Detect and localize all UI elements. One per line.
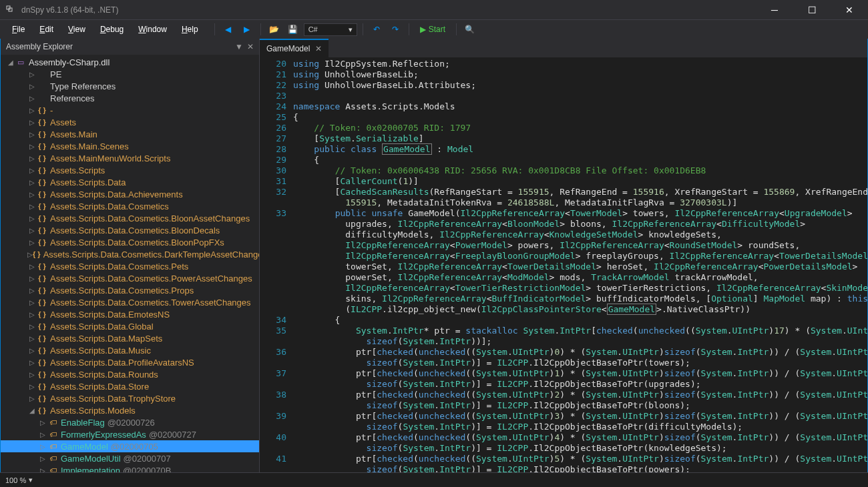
tree-item[interactable]: ▷{ }Assets.Scripts.Data.Cosmetics.TowerA… (1, 296, 259, 308)
tree-item[interactable]: ◢{ }Assets.Scripts.Models (1, 404, 259, 416)
redo-icon[interactable]: ↷ (387, 21, 403, 37)
tree-item[interactable]: ▷🏷GameModel@02000705 (1, 440, 259, 452)
line-gutter: 2021222324252627282930313233343536373839… (260, 57, 293, 486)
tab-label: GameModel (266, 44, 310, 53)
maximize-button[interactable]: ☐ (799, 1, 825, 19)
close-button[interactable]: ✕ (836, 1, 863, 19)
tree-item[interactable]: ▷{ }Assets.Main (1, 128, 259, 140)
save-icon[interactable]: 💾 (285, 21, 301, 37)
tree-item[interactable]: ▷{ }- (1, 104, 259, 116)
titlebar: dnSpy v6.1.8 (64-bit, .NET) ─ ☐ ✕ (0, 0, 868, 20)
tree-item[interactable]: ▷{ }Assets.Scripts.Data.EmotesNS (1, 308, 259, 320)
tab-gamemodel[interactable]: GameModel ✕ (260, 39, 329, 57)
panel-close-icon[interactable]: ✕ (247, 42, 254, 51)
panel-dropdown-icon[interactable]: ▼ (235, 42, 243, 51)
tree-item[interactable]: ▷{ }Assets.Scripts.Data.Cosmetics.BloonA… (1, 212, 259, 224)
tree-item[interactable]: ▷{ }Assets.Scripts.Data.Store (1, 380, 259, 392)
tree-item[interactable]: ▷{ }Assets.Scripts.Data (1, 176, 259, 188)
editor-tabs: GameModel ✕ (260, 39, 867, 57)
tree-item[interactable]: ▷{ }Assets.Main.Scenes (1, 140, 259, 152)
minimize-button[interactable]: ─ (761, 1, 788, 19)
menu-edit[interactable]: Edit (33, 22, 60, 37)
code-content[interactable]: using Il2CppSystem.Reflection;using Unho… (293, 57, 867, 486)
tree-item[interactable]: ▷{ }Assets.Scripts.Data.Cosmetics.DarkTe… (1, 248, 259, 260)
tree-item[interactable]: ▷{ }Assets.Scripts.Data.Cosmetics (1, 200, 259, 212)
nav-back-icon[interactable]: ◀ (220, 21, 236, 37)
tree-item[interactable]: ▷{ }Assets.MainMenuWorld.Scripts (1, 152, 259, 164)
tree-item[interactable]: ▷{ }Assets.Scripts.Data.MapSets (1, 332, 259, 344)
tree-root[interactable]: ◢▭Assembly-CSharp.dll (1, 56, 259, 68)
tree-item[interactable]: ▷{ }Assets.Scripts.Data.Cosmetics.BloonD… (1, 224, 259, 236)
app-icon (5, 5, 16, 15)
editor-panel: GameModel ✕ 2021222324252627282930313233… (260, 39, 867, 486)
code-editor[interactable]: 2021222324252627282930313233343536373839… (260, 57, 867, 486)
tree-item[interactable]: ▷{ }Assets.Scripts.Data.Cosmetics.Props (1, 284, 259, 296)
tree-item[interactable]: ▷{ }Assets.Scripts.Data.TrophyStore (1, 392, 259, 404)
tree-item[interactable]: ▷References (1, 92, 259, 104)
start-button[interactable]: ▶ Start (415, 25, 451, 34)
menu-view[interactable]: View (61, 22, 92, 37)
tree-item[interactable]: ▷Type References (1, 80, 259, 92)
search-icon[interactable]: 🔍 (462, 21, 478, 37)
tree-item[interactable]: ▷{ }Assets.Scripts (1, 164, 259, 176)
tree-item[interactable]: ▷{ }Assets.Scripts.Data.Music (1, 344, 259, 356)
tab-close-icon[interactable]: ✕ (315, 44, 322, 53)
tree-item[interactable]: ▷{ }Assets.Scripts.Data.Rounds (1, 368, 259, 380)
tree-item[interactable]: ▷{ }Assets.Scripts.Data.Cosmetics.Pets (1, 260, 259, 272)
tree-item[interactable]: ▷{ }Assets (1, 116, 259, 128)
menubar: File Edit View Debug Window Help ◀ ▶ 📂 💾… (0, 20, 868, 39)
nav-forward-icon[interactable]: ▶ (239, 21, 255, 37)
menu-file[interactable]: File (5, 22, 31, 37)
tree-item[interactable]: ▷{ }Assets.Scripts.Data.Global (1, 320, 259, 332)
menu-help[interactable]: Help (175, 22, 205, 37)
menu-window[interactable]: Window (132, 22, 174, 37)
tree-item[interactable]: ▷{ }Assets.Scripts.Data.Cosmetics.PowerA… (1, 272, 259, 284)
language-dropdown[interactable]: C#▾ (304, 23, 357, 36)
panel-title: Assembly Explorer (6, 42, 73, 51)
tree-item[interactable]: ▷{ }Assets.Scripts.Data.ProfileAvatarsNS (1, 356, 259, 368)
undo-icon[interactable]: ↶ (369, 21, 385, 37)
assembly-explorer-panel: Assembly Explorer ▼ ✕ ◢▭Assembly-CSharp.… (1, 39, 260, 486)
tree-item[interactable]: ▷PE (1, 68, 259, 80)
tree-item[interactable]: ▷🏷EnableFlag@02000726 (1, 416, 259, 428)
statusbar: 100 % ▾ (260, 472, 867, 486)
tree-item[interactable]: ▷🏷FormerlyExpressedAs@02000727 (1, 428, 259, 440)
panel-header: Assembly Explorer ▼ ✕ (1, 39, 259, 55)
window-title: dnSpy v6.1.8 (64-bit, .NET) (21, 5, 118, 15)
tree-item[interactable]: ▷🏷GameModelUtil@02000707 (1, 452, 259, 464)
tree-item[interactable]: ▷{ }Assets.Scripts.Data.Achievements (1, 188, 259, 200)
menu-debug[interactable]: Debug (93, 22, 130, 37)
assembly-tree[interactable]: ◢▭Assembly-CSharp.dll▷PE▷Type References… (1, 55, 259, 486)
tree-item[interactable]: ▷{ }Assets.Scripts.Data.Cosmetics.BloonP… (1, 236, 259, 248)
open-icon[interactable]: 📂 (266, 21, 282, 37)
